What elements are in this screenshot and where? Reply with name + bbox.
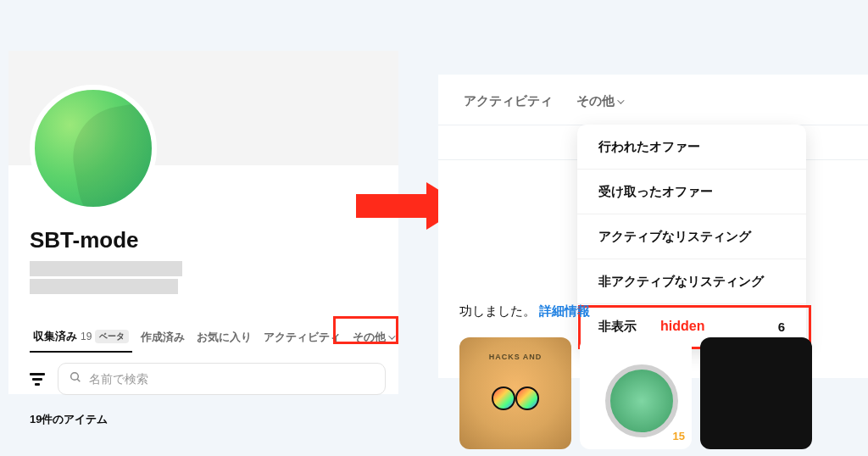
details-link[interactable]: 詳細情報 (539, 303, 590, 320)
filter-icon[interactable] (30, 373, 45, 385)
svg-point-0 (71, 373, 79, 381)
avatar[interactable] (30, 85, 157, 212)
dropdown-hidden-count: 6 (778, 320, 785, 334)
right-tab-activity[interactable]: アクティビティ (464, 93, 553, 109)
search-input[interactable] (89, 372, 375, 386)
dropdown-hidden-label: 非表示 (598, 319, 637, 335)
dropdown-offers-made[interactable]: 行われたオファー (577, 125, 806, 170)
highlight-box-more (333, 316, 398, 344)
thumbnail-2[interactable]: 15 (580, 337, 692, 449)
dropdown-active-listings-label: アクティブなリスティング (598, 229, 751, 245)
more-dropdown: 行われたオファー 受け取ったオファー アクティブなリスティング 非アクティブなリ… (577, 125, 806, 349)
search-box[interactable] (58, 363, 386, 395)
tab-created-label: 作成済み (141, 330, 185, 345)
thumbnail-2-number: 15 (673, 430, 685, 442)
profile-tabs: 収集済み 19 ベータ 作成済み お気に入り アクティビティ その他 (30, 322, 398, 353)
tab-activity[interactable]: アクティビティ (260, 323, 344, 352)
dropdown-panel: アクティビティ その他 行われたオファー 受け取ったオファー アクティブなリステ… (438, 75, 868, 378)
dropdown-inactive-listings-label: 非アクティブなリスティング (598, 274, 764, 290)
dropdown-inactive-listings[interactable]: 非アクティブなリスティング (577, 259, 806, 304)
search-icon (69, 370, 82, 387)
item-count: 19件のアイテム (30, 412, 108, 427)
dropdown-offers-received[interactable]: 受け取ったオファー (577, 170, 806, 214)
right-tab-more[interactable]: その他 (576, 93, 622, 109)
redacted-line-1 (30, 261, 182, 276)
svg-line-1 (77, 379, 80, 381)
dropdown-active-listings[interactable]: アクティブなリスティング (577, 214, 806, 259)
tab-collected[interactable]: 収集済み 19 ベータ (30, 322, 132, 353)
chevron-down-icon (617, 97, 624, 103)
success-row: 功しました。 詳細情報 (459, 303, 590, 320)
username: SBT-mode (30, 227, 139, 253)
right-tabs: アクティビティ その他 (438, 75, 868, 125)
tab-created[interactable]: 作成済み (137, 323, 188, 352)
collection-thumbnails: 15 (459, 337, 868, 452)
tab-collected-count: 19 (81, 331, 92, 342)
tab-favorite-label: お気に入り (197, 330, 252, 345)
tab-collected-label: 収集済み (33, 329, 77, 344)
right-tab-more-label: その他 (576, 93, 615, 109)
tab-favorite[interactable]: お気に入り (193, 323, 255, 352)
profile-panel: SBT-mode 収集済み 19 ベータ 作成済み お気に入り アクティビティ … (8, 51, 398, 394)
tab-activity-label: アクティビティ (264, 330, 341, 345)
thumbnail-3[interactable] (700, 337, 812, 449)
hidden-annotation: hidden (660, 319, 704, 334)
glasses-icon (492, 386, 539, 409)
dropdown-offers-made-label: 行われたオファー (598, 139, 700, 155)
success-text: 功しました。 (459, 303, 536, 320)
beta-badge: ベータ (95, 330, 129, 343)
dropdown-offers-received-label: 受け取ったオファー (598, 184, 713, 200)
thumbnail-1[interactable] (459, 337, 571, 449)
search-row (30, 363, 386, 395)
redacted-line-2 (30, 279, 178, 294)
